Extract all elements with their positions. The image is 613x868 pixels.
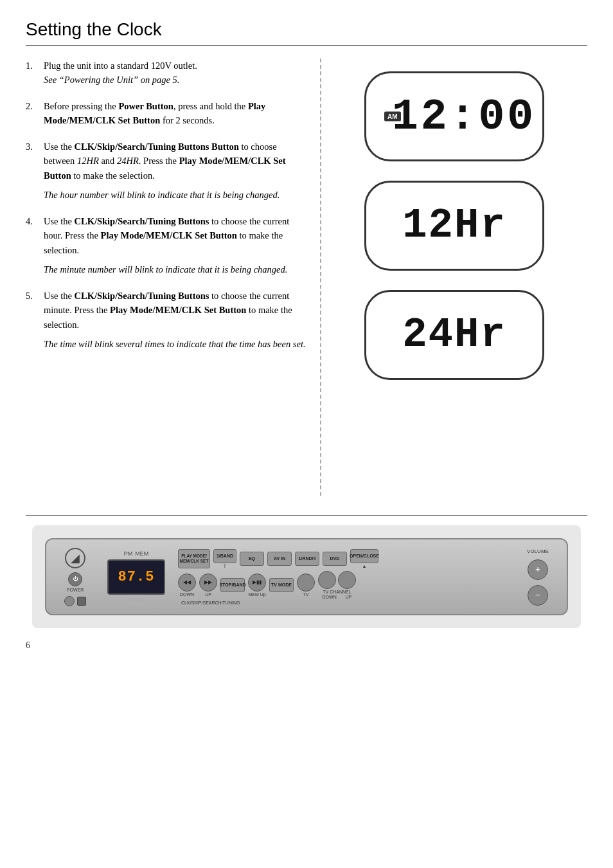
device-right-controls: VOLUME + −: [519, 548, 557, 606]
eq-btn-group: EQ: [240, 552, 264, 566]
clock-display-1-text: 12:00: [392, 92, 536, 141]
step-4-number: 4.: [26, 214, 39, 277]
band-label: T: [224, 564, 226, 568]
play-pause-button[interactable]: ▶▮▮: [248, 574, 266, 592]
step-1-text: Plug the unit into a standard 120V outle…: [44, 60, 197, 71]
step-4-text: Use the CLK/Skip/Search/Tuning Buttons t…: [44, 216, 289, 255]
clk-skip-label: CLK/SKIP/SEARCH/TUNING: [178, 601, 512, 605]
power-section: ⏻ POWER: [67, 572, 84, 592]
band-button[interactable]: 1/BAND: [213, 549, 236, 563]
tvchan-up-label: UP: [346, 595, 352, 599]
avin-button[interactable]: AV IN: [267, 552, 292, 566]
tv-btn-group: TV: [297, 574, 315, 597]
step-5-number: 5.: [26, 289, 39, 352]
eq-button[interactable]: EQ: [240, 552, 264, 566]
skip-fwd-group: ▶▶ UP: [199, 574, 217, 597]
step-2-text: Before pressing the Power Button, press …: [44, 101, 265, 125]
display-labels: PM MEM: [124, 550, 149, 557]
step-1-number: 1.: [26, 59, 39, 87]
step-2-number: 2.: [26, 99, 39, 128]
clock-display-3: 24Hr: [364, 290, 544, 380]
step-4-content: Use the CLK/Skip/Search/Tuning Buttons t…: [44, 214, 307, 277]
power-label: POWER: [67, 588, 84, 592]
am-badge: AM: [384, 112, 401, 122]
step-3: 3. Use the CLK/Skip/Search/Tuning Button…: [26, 140, 307, 203]
step-5: 5. Use the CLK/Skip/Search/Tuning Button…: [26, 289, 307, 352]
rnd-btn-group: 1/RND/4: [295, 552, 319, 566]
step-1-note: See “Powering the Unit” on page 5.: [44, 75, 179, 85]
skip-back-button[interactable]: ◀◀: [178, 574, 196, 592]
clock-display-2-text: 12Hr: [402, 203, 506, 249]
tvchan-down-label: DOWN: [323, 595, 337, 599]
dvd-button[interactable]: DVD: [323, 552, 347, 566]
tvchannel-btn-group: TV CHANNEL DOWN UP: [318, 571, 356, 599]
step-3-content: Use the CLK/Skip/Search/Tuning Buttons B…: [44, 140, 307, 203]
display-section: PM MEM 87.5 MHz: [101, 550, 172, 604]
device-body: ◢ ⏻ POWER PM MEM: [45, 538, 568, 615]
volume-label: VOLUME: [527, 548, 549, 554]
steps-column: 1. Plug the unit into a standard 120V ou…: [26, 59, 321, 496]
play-pause-group: ▶▮▮ MEM Up: [248, 574, 266, 597]
tvchan-label: TV CHANNEL: [323, 590, 351, 594]
step-5-content: Use the CLK/Skip/Search/Tuning Buttons t…: [44, 289, 307, 352]
open-close-btn-group: OPEN/CLOSE ▲: [350, 549, 378, 568]
device-freq-text: 87.5: [118, 569, 155, 585]
step-3-text: Use the CLK/Skip/Search/Tuning Buttons B…: [44, 141, 286, 181]
tvchan-down-button[interactable]: [318, 571, 336, 589]
avin-btn-group: AV IN: [267, 552, 292, 566]
step-3-number: 3.: [26, 140, 39, 203]
device-logo-icon: ◢: [65, 548, 85, 568]
band-btn-group: 1/BAND T: [213, 549, 236, 568]
page-title: Setting the Clock: [26, 19, 587, 46]
tvchan-down-up-labels: DOWN UP: [323, 595, 352, 599]
stop-button[interactable]: STOP/BAND: [220, 578, 245, 592]
rnd-button[interactable]: 1/RND/4: [295, 552, 319, 566]
step-1-content: Plug the unit into a standard 120V outle…: [44, 59, 307, 87]
device-left-controls: ◢ ⏻ POWER: [56, 548, 94, 606]
step-4-note: The minute number will blink to indicate…: [44, 262, 307, 276]
step-4: 4. Use the CLK/Skip/Search/Tuning Button…: [26, 214, 307, 277]
device-freq-sub: MHz: [129, 596, 144, 604]
tv-button[interactable]: [297, 574, 315, 592]
step-5-text: Use the CLK/Skip/Search/Tuning Buttons t…: [44, 291, 292, 330]
step-2-content: Before pressing the Power Button, press …: [44, 99, 307, 128]
tv-label: TV: [303, 592, 309, 597]
open-close-icon: ▲: [362, 564, 367, 568]
mem-label: MEM: [135, 550, 148, 557]
extra-btns: [64, 596, 86, 606]
device-area: ◢ ⏻ POWER PM MEM: [32, 525, 581, 628]
ctrl-row-top: PLAY MODE/MEM/CLK SET 1/BAND T EQ AV IN: [178, 549, 512, 568]
step-2: 2. Before pressing the Power Button, pre…: [26, 99, 307, 128]
ctrl-row-bottom: ◀◀ DOWN ▶▶ UP STOP/BAND ▶▮▮ MEM Up: [178, 571, 512, 599]
skip-back-label: DOWN: [180, 592, 194, 597]
play-mode-btn-group: PLAY MODE/MEM/CLK SET: [178, 549, 210, 568]
volume-plus-button[interactable]: +: [528, 559, 548, 580]
skip-fwd-button[interactable]: ▶▶: [199, 574, 217, 592]
small-btn-2[interactable]: [77, 597, 86, 606]
skip-back-group: ◀◀ DOWN: [178, 574, 196, 597]
dvd-btn-group: DVD: [323, 552, 347, 566]
play-pause-label: MEM Up: [248, 592, 265, 597]
device-section: ◢ ⏻ POWER PM MEM: [26, 516, 587, 647]
play-mode-button[interactable]: PLAY MODE/MEM/CLK SET: [178, 549, 210, 568]
page: Setting the Clock 1. Plug the unit into …: [0, 0, 613, 660]
step-1: 1. Plug the unit into a standard 120V ou…: [26, 59, 307, 87]
device-controls: PLAY MODE/MEM/CLK SET 1/BAND T EQ AV IN: [178, 549, 512, 605]
content-area: 1. Plug the unit into a standard 120V ou…: [26, 59, 587, 496]
step-5-note: The time will blink several times to ind…: [44, 337, 307, 351]
pm-label: PM: [124, 550, 133, 557]
clock-display-2: 12Hr: [364, 181, 544, 271]
page-number: 6: [26, 640, 30, 651]
tvmode-button[interactable]: TV MODE: [269, 578, 294, 592]
stop-btn-group: STOP/BAND: [220, 578, 245, 592]
volume-minus-button[interactable]: −: [528, 585, 548, 606]
tvchan-btns: [318, 571, 356, 589]
device-freq-display: 87.5: [107, 559, 165, 595]
tvmode-btn-group: TV MODE: [269, 578, 294, 592]
power-button[interactable]: ⏻: [68, 572, 82, 586]
small-btn-1[interactable]: [64, 596, 75, 606]
open-close-button[interactable]: OPEN/CLOSE: [350, 549, 378, 563]
displays-column: AM 12:00 12Hr 24Hr: [321, 59, 587, 496]
tvchan-up-button[interactable]: [338, 571, 356, 589]
clock-display-3-text: 24Hr: [402, 312, 506, 358]
